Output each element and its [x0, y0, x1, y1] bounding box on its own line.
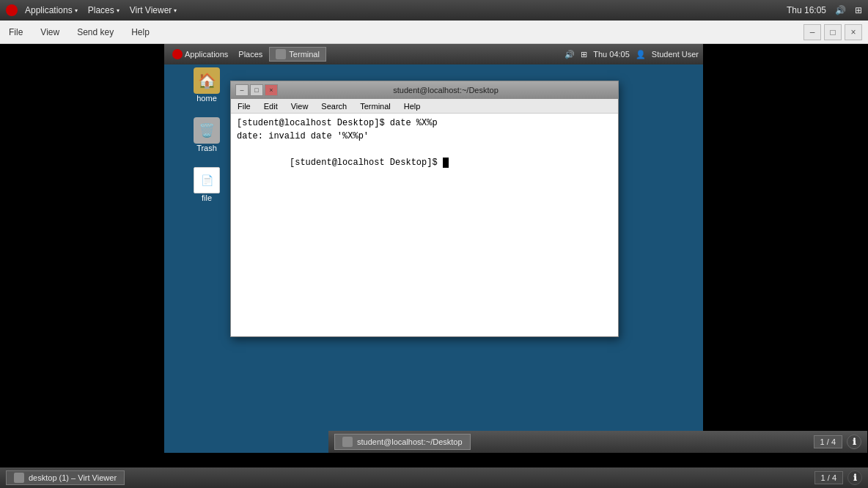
- desktop-icons-area: 🏠 home 🗑️ Trash 📄 file: [185, 67, 229, 202]
- terminal-line-2: date: invalid date '%X%p': [237, 130, 612, 143]
- gnome-terminal-icon: [276, 49, 286, 59]
- gnome-applications-menu[interactable]: Applications: [169, 48, 232, 61]
- gnome-user-label: Student User: [652, 50, 699, 59]
- places-menu[interactable]: Places ▾: [84, 4, 124, 17]
- virt-file-menu[interactable]: File: [6, 24, 26, 40]
- terminal-titlebar: – □ × student@localhost:~/Desktop: [231, 81, 618, 99]
- host-volume-icon: 🔊: [835, 5, 846, 15]
- host-time: Thu 16:05: [787, 5, 826, 15]
- gnome-places-menu[interactable]: Places: [235, 48, 266, 60]
- gnome-places-label: Places: [238, 50, 262, 59]
- virt-viewer-label: Virt Viewer: [130, 5, 172, 15]
- host-network-icon: ⊞: [855, 5, 862, 15]
- black-left-panel: [0, 44, 164, 453]
- applications-chevron-icon: ▾: [75, 7, 78, 14]
- host-pager-button[interactable]: ℹ: [847, 470, 862, 485]
- terminal-cursor: [443, 158, 449, 168]
- terminal-line-3: [student@localhost Desktop]$: [237, 143, 612, 182]
- gnome-applications-label: Applications: [185, 50, 228, 59]
- terminal-terminal-menu[interactable]: Terminal: [358, 101, 393, 111]
- virt-viewer-menubar: File View Send key Help: [6, 24, 152, 40]
- gnome-logo-icon: [172, 49, 183, 59]
- gnome-top-panel: Applications Places Terminal 🔊 ⊞ Thu 04:…: [164, 44, 703, 64]
- gnome-panel-right: 🔊 ⊞ Thu 04:05 👤 Student User: [564, 50, 699, 59]
- gnome-pager-info: 1 / 4: [814, 435, 842, 448]
- terminal-prompt: [student@localhost Desktop]$: [290, 158, 443, 168]
- host-topbar: Applications ▾ Places ▾ Virt Viewer ▾ Th…: [0, 0, 868, 21]
- host-taskbar-item-label: desktop (1) – Virt Viewer: [29, 473, 117, 482]
- virt-viewer-titlebar: File View Send key Help – □ ×: [0, 21, 868, 44]
- taskbar-terminal-icon: [342, 437, 353, 447]
- home-icon-label: home: [196, 94, 217, 103]
- terminal-minimize-button[interactable]: –: [235, 84, 249, 96]
- terminal-view-menu[interactable]: View: [289, 101, 311, 111]
- desktop-icon-file[interactable]: 📄 file: [185, 167, 229, 202]
- home-folder-icon: 🏠: [194, 67, 220, 94]
- gnome-time: Thu 04:05: [593, 50, 630, 59]
- virt-help-menu[interactable]: Help: [128, 24, 152, 40]
- maximize-button[interactable]: □: [824, 24, 842, 40]
- guest-area: Applications Places Terminal 🔊 ⊞ Thu 04:…: [0, 44, 868, 488]
- trash-icon-label: Trash: [196, 144, 217, 152]
- host-topbar-left: Applications ▾ Places ▾ Virt Viewer ▾: [6, 4, 393, 17]
- terminal-window: – □ × student@localhost:~/Desktop File E…: [230, 81, 619, 337]
- trash-icon: 🗑️: [194, 117, 220, 144]
- terminal-edit-menu[interactable]: Edit: [262, 101, 280, 111]
- gnome-user-icon: 👤: [636, 50, 646, 59]
- virt-viewer-chevron-icon: ▾: [174, 7, 177, 14]
- gnome-network-icon: ⊞: [581, 50, 587, 59]
- gnome-panel-left: Applications Places Terminal: [169, 47, 564, 62]
- terminal-title: student@localhost:~/Desktop: [278, 86, 614, 95]
- terminal-win-buttons: – □ ×: [235, 84, 278, 96]
- terminal-body[interactable]: [student@localhost Desktop]$ date %X%p d…: [231, 114, 618, 336]
- applications-menu[interactable]: Applications ▾: [21, 4, 82, 17]
- gnome-desktop: Applications Places Terminal 🔊 ⊞ Thu 04:…: [164, 44, 703, 453]
- virt-sendkey-menu[interactable]: Send key: [74, 24, 117, 40]
- file-icon: 📄: [194, 167, 220, 193]
- gnome-taskbar-item-label: student@localhost:~/Desktop: [357, 437, 463, 446]
- gnome-taskbar: student@localhost:~/Desktop 1 / 4 ℹ: [328, 431, 867, 453]
- host-taskbar: desktop (1) – Virt Viewer 1 / 4 ℹ: [0, 467, 868, 488]
- terminal-line-1: [student@localhost Desktop]$ date %X%p: [237, 117, 612, 130]
- close-button[interactable]: ×: [845, 24, 862, 40]
- host-topbar-right: Thu 16:05 🔊 ⊞: [787, 5, 862, 15]
- desktop-icon-home[interactable]: 🏠 home: [185, 67, 229, 103]
- gnome-volume-icon: 🔊: [564, 50, 575, 59]
- host-pager-info: 1 / 4: [814, 471, 843, 484]
- terminal-maximize-button[interactable]: □: [250, 84, 263, 96]
- black-right-panel: [703, 44, 868, 453]
- applications-label: Applications: [25, 5, 73, 15]
- terminal-menubar: File Edit View Search Terminal Help: [231, 99, 618, 114]
- terminal-search-menu[interactable]: Search: [319, 101, 349, 111]
- gnome-taskbar-terminal-item[interactable]: student@localhost:~/Desktop: [334, 434, 471, 450]
- places-chevron-icon: ▾: [117, 7, 119, 14]
- places-label: Places: [88, 5, 114, 15]
- fedora-logo-icon: [6, 4, 18, 16]
- gnome-terminal-label: Terminal: [289, 50, 320, 59]
- file-icon-label: file: [202, 193, 212, 202]
- minimize-button[interactable]: –: [803, 24, 821, 40]
- virt-view-menu[interactable]: View: [37, 24, 62, 40]
- host-taskbar-item-icon: [14, 473, 24, 483]
- host-taskbar-virt-item[interactable]: desktop (1) – Virt Viewer: [6, 470, 125, 485]
- gnome-terminal-taskitem[interactable]: Terminal: [269, 47, 326, 62]
- virt-win-controls: – □ ×: [803, 24, 862, 40]
- gnome-pager-button[interactable]: ℹ: [847, 435, 861, 449]
- terminal-close-button[interactable]: ×: [265, 84, 278, 96]
- terminal-help-menu[interactable]: Help: [402, 101, 423, 111]
- desktop-icon-trash[interactable]: 🗑️ Trash: [185, 117, 229, 152]
- gnome-taskbar-pager: 1 / 4 ℹ: [814, 435, 861, 449]
- host-taskbar-pager: 1 / 4 ℹ: [814, 470, 862, 485]
- virt-viewer-menu[interactable]: Virt Viewer ▾: [125, 4, 182, 17]
- terminal-file-menu[interactable]: File: [235, 101, 253, 111]
